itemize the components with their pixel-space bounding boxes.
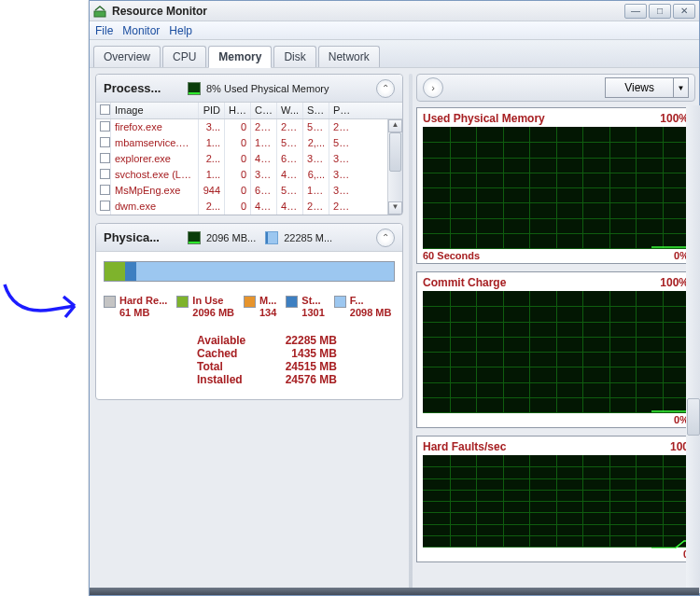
legend-hardware: Hard Re...61 MB xyxy=(104,295,167,319)
right-pane: › Views ▼ Used Physical Memory100%60 Sec… xyxy=(409,68,699,595)
tab-disk[interactable]: Disk xyxy=(273,46,315,67)
row-checkbox[interactable] xyxy=(100,201,110,211)
tab-cpu[interactable]: CPU xyxy=(162,46,206,67)
col-hard[interactable]: Ha... xyxy=(225,103,251,118)
memory-gauge-icon xyxy=(188,82,201,95)
expand-charts-button[interactable]: › xyxy=(423,77,443,98)
close-button[interactable]: ✕ xyxy=(673,4,695,19)
scroll-thumb[interactable] xyxy=(687,398,700,436)
tab-network[interactable]: Network xyxy=(318,46,380,67)
col-pid[interactable]: PID xyxy=(199,103,225,118)
table-row[interactable]: firefox.exe3...024...25...50...20... xyxy=(96,119,402,135)
tab-overview[interactable]: Overview xyxy=(93,46,161,67)
menu-file[interactable]: File xyxy=(95,24,113,37)
processes-title: Process... xyxy=(104,81,178,95)
maximize-button[interactable]: □ xyxy=(649,4,671,19)
app-icon xyxy=(93,5,106,18)
annotation-arrow xyxy=(0,280,89,326)
available-gauge-icon xyxy=(265,231,278,244)
row-checkbox[interactable] xyxy=(100,121,110,132)
menu-monitor[interactable]: Monitor xyxy=(122,24,160,37)
views-button[interactable]: Views ▼ xyxy=(605,77,689,98)
legend-standby: St...1301 xyxy=(286,295,324,319)
chart-0: Used Physical Memory100%60 Seconds0% xyxy=(416,107,695,264)
col-shareable[interactable]: Sh... xyxy=(303,103,329,118)
memory-stats: Available22285 MB Cached1435 MB Total245… xyxy=(197,334,395,386)
right-scrollbar[interactable] xyxy=(686,105,700,593)
physical-title: Physica... xyxy=(104,230,178,244)
physical-summary1: 2096 MB... xyxy=(206,232,256,243)
table-row[interactable]: svchost.exe (Lo...1...036...40...6,...33… xyxy=(96,167,402,183)
processes-summary: 8% Used Physical Memory xyxy=(206,83,329,94)
col-working[interactable]: W... xyxy=(277,103,303,118)
memory-legend: Hard Re...61 MB In Use2096 MB M...134 St… xyxy=(104,295,395,319)
chevron-down-icon[interactable]: ▼ xyxy=(673,78,688,97)
row-checkbox[interactable] xyxy=(100,137,110,147)
menu-help[interactable]: Help xyxy=(169,24,192,37)
col-image[interactable]: Image xyxy=(111,103,199,118)
tab-memory[interactable]: Memory xyxy=(208,46,272,68)
processes-header[interactable]: Process... 8% Used Physical Memory ⌃ xyxy=(96,75,402,103)
collapse-processes-button[interactable]: ⌃ xyxy=(376,79,395,98)
menubar: File Monitor Help xyxy=(90,21,699,40)
minimize-button[interactable]: — xyxy=(624,4,647,19)
table-row[interactable]: MsMpEng.exe944067...52...19...33... xyxy=(96,183,402,199)
row-checkbox[interactable] xyxy=(100,153,110,163)
col-private[interactable]: Pri... xyxy=(329,103,356,118)
left-pane: Process... 8% Used Physical Memory ⌃ Ima… xyxy=(90,68,409,595)
chart-1: Commit Charge100%0% xyxy=(416,271,695,428)
legend-inuse: In Use2096 MB xyxy=(176,295,234,319)
window-title: Resource Monitor xyxy=(112,5,624,18)
taskbar xyxy=(90,588,699,595)
physical-header[interactable]: Physica... 2096 MB... 22285 M... ⌃ xyxy=(96,224,402,252)
legend-free: F...2098 MB xyxy=(334,295,392,319)
scroll-thumb[interactable] xyxy=(389,132,401,172)
chart-2: Hard Faults/sec1000 xyxy=(416,436,695,562)
physical-summary2: 22285 M... xyxy=(284,232,332,243)
table-header: Image PID Ha... Co... W... Sh... Pri... xyxy=(96,103,402,119)
memory-composition-bar xyxy=(104,261,395,282)
col-commit[interactable]: Co... xyxy=(251,103,277,118)
select-all-checkbox[interactable] xyxy=(100,104,110,115)
table-body: firefox.exe3...024...25...50...20...mbam… xyxy=(96,119,402,215)
titlebar[interactable]: Resource Monitor — □ ✕ xyxy=(90,1,699,21)
processes-table: Image PID Ha... Co... W... Sh... Pri... … xyxy=(96,103,402,215)
table-row[interactable]: dwm.exe2...044...48...20...27... xyxy=(96,199,402,215)
resource-monitor-window: Resource Monitor — □ ✕ File Monitor Help… xyxy=(89,0,700,596)
inuse-gauge-icon xyxy=(188,231,201,244)
row-checkbox[interactable] xyxy=(100,185,110,195)
collapse-physical-button[interactable]: ⌃ xyxy=(376,229,395,247)
scroll-down-icon[interactable]: ▼ xyxy=(388,201,402,215)
legend-modified: M...134 xyxy=(244,295,276,319)
table-row[interactable]: mbamservice.exe1...012...53...2,...50... xyxy=(96,135,402,151)
tabbar: Overview CPU Memory Disk Network xyxy=(90,40,699,68)
physical-memory-section: Physica... 2096 MB... 22285 M... ⌃ Hard … xyxy=(95,223,403,400)
svg-rect-0 xyxy=(94,11,105,17)
row-checkbox[interactable] xyxy=(100,169,110,179)
scroll-up-icon[interactable]: ▲ xyxy=(388,119,402,132)
table-scrollbar[interactable]: ▲ ▼ xyxy=(387,119,402,215)
charts-toolbar: › Views ▼ xyxy=(416,74,695,102)
processes-section: Process... 8% Used Physical Memory ⌃ Ima… xyxy=(95,74,403,215)
table-row[interactable]: explorer.exe2...047...68...32...36... xyxy=(96,151,402,167)
